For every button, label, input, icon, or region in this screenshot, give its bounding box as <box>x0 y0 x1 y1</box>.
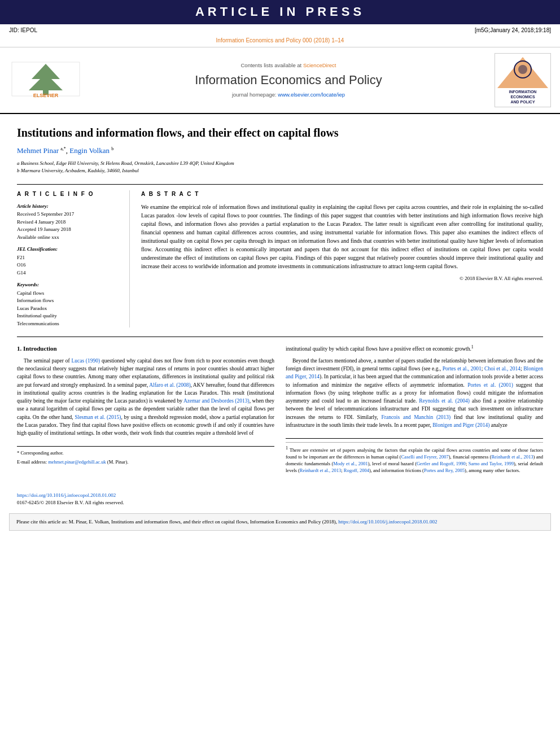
caselli-feyrer-link[interactable]: Caselli and Feyrer, 2007 <box>401 454 449 460</box>
mody-link[interactable]: Mody et al., 2001 <box>333 461 368 466</box>
blonigen-piger-2014-link[interactable]: Blonigen and Piger (2014) <box>432 422 489 428</box>
citation-doi-link[interactable]: https://doi.org/10.1016/j.infoecopol.201… <box>338 519 437 525</box>
journal-logo-graphic <box>497 57 548 88</box>
banner-text: ARTICLE IN PRESS <box>195 5 365 19</box>
body-col-left: 1. Introduction The seminal paper of Luc… <box>17 344 274 476</box>
journal-homepage: journal homepage: www.elsevier.com/locat… <box>94 91 483 98</box>
abstract-title: A B S T R A C T <box>141 190 543 198</box>
slesman-link[interactable]: Slesman et al. (2015) <box>75 414 121 420</box>
lucas-1990-link[interactable]: Lucas (1990) <box>71 358 100 364</box>
journal-link[interactable]: Information Economics and Policy 000 (20… <box>216 37 344 43</box>
reynolds-2004-link[interactable]: Reynolds et al. (2004) <box>419 398 470 404</box>
homepage-link[interactable]: www.elsevier.com/locate/iep <box>278 91 345 98</box>
issn-line: 0167-6245/© 2018 Elsevier B.V. All right… <box>17 499 543 506</box>
author-volkan-link[interactable]: Engin Volkan <box>69 146 111 155</box>
intro-para-1: The seminal paper of Lucas (1990) questi… <box>17 357 274 438</box>
keywords-title: Keywords: <box>17 281 120 289</box>
body-col-right: institutional quality by which capital f… <box>286 344 543 476</box>
footnote-section-left: * Corresponding author. E-mail address: … <box>17 446 274 466</box>
azemar-link[interactable]: Azemar and Desbordes (2013) <box>183 398 250 404</box>
footnote-hr <box>286 442 543 443</box>
svg-point-7 <box>518 65 527 74</box>
jid-label: JID: IEPOL <box>9 27 37 34</box>
intro-para-right-2: Beyond the factors mentioned above, a nu… <box>286 357 543 429</box>
doi-link[interactable]: https://doi.org/10.1016/j.infoecopol.201… <box>17 492 116 498</box>
reinhardt2-link[interactable]: Reinhardt et al., 2013 <box>300 468 341 473</box>
jel-codes: F21 O16 G14 <box>17 254 120 277</box>
portes-rey-link[interactable]: Portes and Rey, 2005 <box>424 468 465 473</box>
portes-2001-link[interactable]: Portes et al., 2001 <box>443 366 482 372</box>
sciencedirect-link[interactable]: ScienceDirect <box>303 62 336 68</box>
article-history: Received 5 September 2017 Revised 4 Janu… <box>17 211 120 241</box>
info-abstract-section: A R T I C L E I N F O Article history: R… <box>17 184 543 328</box>
abstract-section: A B S T R A C T We examine the empirical… <box>141 190 543 328</box>
email-link[interactable]: mehmet.pinar@edgehill.ac.uk <box>48 459 106 465</box>
author-pinar-link[interactable]: Mehmet Pinar <box>17 146 60 155</box>
article-title: Institutions and information flows, and … <box>17 125 543 140</box>
journal-center-info: Contents lists available at ScienceDirec… <box>94 62 483 98</box>
journal-logo-right: INFORMATIONECONOMICSAND POLICY <box>495 53 551 107</box>
authors-line: Mehmet Pinar a,*, Engin Volkan b <box>17 146 543 156</box>
citation-please-cite: Please cite this article as: M. Pinar, E… <box>16 519 337 525</box>
contents-available: Contents lists available at ScienceDirec… <box>94 62 483 69</box>
journal-title: Information Economics and Policy <box>94 72 483 89</box>
svg-text:ELSEVIER: ELSEVIER <box>33 93 59 98</box>
intro-heading: 1. Introduction <box>17 344 274 353</box>
francois-link[interactable]: Francois and Manchin (2013) <box>381 414 450 420</box>
article-info: A R T I C L E I N F O Article history: R… <box>17 190 130 328</box>
article-in-press-banner: ARTICLE IN PRESS <box>0 0 560 24</box>
gertler-link[interactable]: Gertler and Rogoff, 1990 <box>417 461 466 466</box>
sarno-link[interactable]: Sarno and Taylor, 1999 <box>469 461 514 466</box>
abstract-text: We examine the empirical role of informa… <box>141 203 543 270</box>
bottom-doi: https://doi.org/10.1016/j.infoecopol.201… <box>0 492 560 506</box>
email-note: E-mail address: mehmet.pinar@edgehill.ac… <box>17 459 274 466</box>
copyright-line: © 2018 Elsevier B.V. All rights reserved… <box>141 275 543 282</box>
elsevier-logo: ELSEVIER <box>9 59 82 101</box>
portes-2001-link-2[interactable]: Portes et al. (2001) <box>467 382 513 388</box>
choi-2014-link[interactable]: Choi et al., 2014 <box>484 366 520 372</box>
corresponding-author-note: * Corresponding author. <box>17 450 274 457</box>
timestamp: [m5G;January 24, 2018;19:18] <box>475 27 551 34</box>
alfaro-link[interactable]: Alfaro et al. (2008) <box>149 382 190 388</box>
affiliations: a Business School, Edge Hill University,… <box>17 160 543 175</box>
footnote-section-right: 1 There are extensive set of papers anal… <box>286 438 543 474</box>
article-history-title: Article history: <box>17 203 120 210</box>
logo-text: INFORMATIONECONOMICSAND POLICY <box>497 89 548 104</box>
top-meta: JID: IEPOL [m5G;January 24, 2018;19:18] <box>0 24 560 37</box>
citation-box: Please cite this article as: M. Pinar, E… <box>9 513 551 531</box>
reinhardt-link[interactable]: Reinhardt et al., 2013 <box>491 454 533 460</box>
intro-para-right-1: institutional quality by which capital f… <box>286 344 543 353</box>
article-info-title: A R T I C L E I N F O <box>17 190 120 198</box>
main-content: Institutions and information flows, and … <box>0 114 560 485</box>
keywords-list: Capital flows Information flows Lucas Pa… <box>17 290 120 328</box>
body-columns: 1. Introduction The seminal paper of Luc… <box>17 344 543 476</box>
affiliation-b: b Marmara University, Acıbadem, Kadıköy,… <box>17 167 543 175</box>
affiliation-a: a Business School, Edge Hill University,… <box>17 160 543 168</box>
footnote-1: 1 There are extensive set of papers anal… <box>286 445 543 474</box>
section-divider <box>17 337 543 337</box>
jel-title: JEL Classification: <box>17 246 120 253</box>
rogoff-link[interactable]: Rogoff, 2004 <box>344 468 369 473</box>
journal-header: ELSEVIER Contents lists available at Sci… <box>0 47 560 114</box>
